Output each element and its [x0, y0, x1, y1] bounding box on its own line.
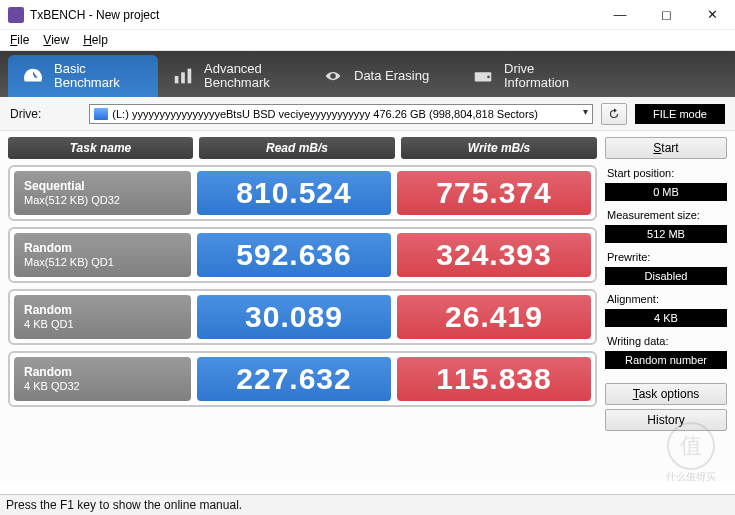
refresh-icon: [607, 107, 621, 121]
tab-label: Benchmark: [204, 76, 270, 90]
table-row: SequentialMax(512 KB) QD32 810.524 775.3…: [8, 165, 597, 221]
bars-icon: [172, 65, 194, 87]
drive-label: Drive:: [10, 107, 41, 121]
task-cell: Random4 KB QD1: [14, 295, 191, 339]
write-value: 775.374: [397, 171, 591, 215]
write-value: 115.838: [397, 357, 591, 401]
table-header: Task name Read mB/s Write mB/s: [8, 137, 597, 159]
task-options-button[interactable]: Task options: [605, 383, 727, 405]
table-row: Random4 KB QD32 227.632 115.838: [8, 351, 597, 407]
measurement-size-label: Measurement size:: [605, 209, 727, 221]
task-cell: SequentialMax(512 KB) QD32: [14, 171, 191, 215]
gauge-icon: [22, 65, 44, 87]
tab-label: Drive: [504, 62, 569, 76]
tab-drive-information[interactable]: DriveInformation: [458, 55, 608, 97]
menu-view[interactable]: View: [43, 33, 69, 47]
tab-advanced-benchmark[interactable]: AdvancedBenchmark: [158, 55, 308, 97]
svg-rect-2: [188, 69, 192, 84]
read-value: 810.524: [197, 171, 391, 215]
start-button[interactable]: Start: [605, 137, 727, 159]
task-cell: Random4 KB QD32: [14, 357, 191, 401]
read-value: 227.632: [197, 357, 391, 401]
main-tabs: BasicBenchmark AdvancedBenchmark Data Er…: [0, 51, 735, 97]
table-row: RandomMax(512 KB) QD1 592.636 324.393: [8, 227, 597, 283]
window-title: TxBENCH - New project: [30, 8, 597, 22]
tab-basic-benchmark[interactable]: BasicBenchmark: [8, 55, 158, 97]
svg-rect-0: [175, 76, 179, 83]
start-position-value[interactable]: 0 MB: [605, 183, 727, 201]
tab-label: Advanced: [204, 62, 270, 76]
sidebar: Start Start position: 0 MB Measurement s…: [605, 137, 727, 481]
menu-file[interactable]: File: [10, 33, 29, 47]
erase-icon: [322, 65, 344, 87]
tab-label: Information: [504, 76, 569, 90]
history-button[interactable]: History: [605, 409, 727, 431]
tab-label: Basic: [54, 62, 120, 76]
write-value: 26.419: [397, 295, 591, 339]
drive-icon: [472, 65, 494, 87]
task-cell: RandomMax(512 KB) QD1: [14, 233, 191, 277]
status-bar: Press the F1 key to show the online manu…: [0, 494, 735, 515]
start-position-label: Start position:: [605, 167, 727, 179]
read-value: 30.089: [197, 295, 391, 339]
title-bar: TxBENCH - New project — ◻ ✕: [0, 0, 735, 30]
header-task: Task name: [8, 137, 193, 159]
minimize-button[interactable]: —: [597, 0, 643, 29]
tab-label: Data Erasing: [354, 69, 429, 83]
refresh-button[interactable]: [601, 103, 627, 125]
prewrite-label: Prewrite:: [605, 251, 727, 263]
disk-icon: [94, 108, 108, 120]
measurement-size-value[interactable]: 512 MB: [605, 225, 727, 243]
app-icon: [8, 7, 24, 23]
drive-select[interactable]: (L:) yyyyyyyyyyyyyyyyeBtsU BSD veciyeyyy…: [89, 104, 593, 124]
header-read: Read mB/s: [199, 137, 395, 159]
read-value: 592.636: [197, 233, 391, 277]
menu-bar: File View Help: [0, 30, 735, 51]
svg-rect-1: [181, 72, 185, 83]
svg-point-4: [487, 76, 490, 79]
prewrite-value[interactable]: Disabled: [605, 267, 727, 285]
write-value: 324.393: [397, 233, 591, 277]
alignment-value[interactable]: 4 KB: [605, 309, 727, 327]
writing-data-value[interactable]: Random number: [605, 351, 727, 369]
drive-toolbar: Drive: (L:) yyyyyyyyyyyyyyyyeBtsU BSD ve…: [0, 97, 735, 131]
menu-help[interactable]: Help: [83, 33, 108, 47]
close-button[interactable]: ✕: [689, 0, 735, 29]
maximize-button[interactable]: ◻: [643, 0, 689, 29]
tab-data-erasing[interactable]: Data Erasing: [308, 55, 458, 97]
tab-label: Benchmark: [54, 76, 120, 90]
drive-text: (L:) yyyyyyyyyyyyyyyyeBtsU BSD veciyeyyy…: [112, 108, 537, 120]
header-write: Write mB/s: [401, 137, 597, 159]
table-row: Random4 KB QD1 30.089 26.419: [8, 289, 597, 345]
writing-data-label: Writing data:: [605, 335, 727, 347]
file-mode-indicator[interactable]: FILE mode: [635, 104, 725, 124]
alignment-label: Alignment:: [605, 293, 727, 305]
results-table: Task name Read mB/s Write mB/s Sequentia…: [8, 137, 597, 481]
